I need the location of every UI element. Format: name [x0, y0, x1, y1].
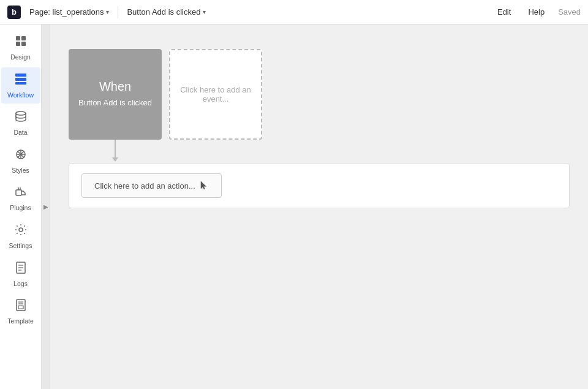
app-logo: b	[7, 6, 21, 19]
add-action-label: Click here to add an action...	[94, 181, 195, 191]
trigger-when-label: When	[99, 80, 131, 94]
svg-rect-5	[15, 78, 26, 81]
collapse-handle[interactable]: ▶	[42, 25, 50, 389]
styles-icon	[14, 148, 28, 164]
sidebar-item-plugins[interactable]: Plugins	[1, 180, 40, 217]
svg-rect-22	[18, 306, 23, 309]
logs-icon	[14, 261, 28, 278]
data-icon	[14, 110, 28, 126]
add-event-block[interactable]: Click here to add an event...	[169, 49, 262, 140]
sidebar-item-design[interactable]: Design	[1, 29, 40, 66]
add-action-button[interactable]: Click here to add an action...	[81, 173, 222, 198]
svg-rect-0	[16, 36, 20, 40]
sidebar-item-data[interactable]: Data	[1, 105, 40, 142]
page-selector[interactable]: Page: list_operations ▾	[26, 5, 113, 19]
workflow-top-row: When Button Add is clicked Click here to…	[69, 49, 262, 140]
svg-point-7	[16, 111, 26, 115]
sidebar-label-styles: Styles	[12, 167, 29, 175]
sidebar-label-data: Data	[13, 129, 27, 137]
svg-rect-11	[16, 190, 21, 195]
sidebar-item-template[interactable]: Template	[1, 293, 40, 330]
sidebar-item-settings[interactable]: Settings	[1, 218, 40, 255]
page-label: Page: list_operations	[29, 7, 104, 17]
sidebar-label-settings: Settings	[9, 242, 32, 250]
sidebar: Design Workflow Data	[0, 25, 42, 389]
plugins-icon	[14, 185, 28, 202]
sidebar-item-styles[interactable]: Styles	[1, 143, 40, 179]
workflow-canvas: When Button Add is clicked Click here to…	[50, 25, 588, 389]
sidebar-label-logs: Logs	[13, 280, 28, 288]
trigger-description-label: Button Add is clicked	[78, 97, 152, 108]
svg-rect-3	[21, 42, 26, 46]
collapse-arrow-icon: ▶	[43, 203, 48, 210]
vertical-connector	[115, 140, 116, 158]
svg-rect-2	[16, 42, 20, 46]
topbar-separator	[118, 6, 118, 18]
workflow-selector[interactable]: Button Add is clicked ▾	[123, 5, 489, 19]
trigger-block[interactable]: When Button Add is clicked	[69, 49, 162, 140]
sidebar-label-template: Template	[7, 317, 34, 325]
topbar: b Page: list_operations ▾ Button Add is …	[0, 0, 588, 25]
template-icon	[14, 298, 28, 315]
edit-button[interactable]: Edit	[494, 5, 514, 19]
workflow-icon	[14, 72, 28, 89]
cursor-icon	[199, 180, 209, 191]
help-button[interactable]: Help	[524, 5, 548, 19]
settings-icon	[14, 223, 28, 240]
canvas-area: When Button Add is clicked Click here to…	[50, 25, 588, 389]
svg-rect-4	[15, 74, 26, 77]
workflow-chevron-icon: ▾	[203, 9, 206, 15]
saved-status: Saved	[558, 7, 581, 17]
svg-rect-6	[15, 82, 26, 85]
sidebar-item-logs[interactable]: Logs	[1, 256, 40, 293]
add-event-label: Click here to add an event...	[178, 85, 254, 104]
page-chevron-icon: ▾	[106, 9, 109, 15]
action-section: Click here to add an action...	[69, 163, 570, 208]
sidebar-label-workflow: Workflow	[7, 91, 34, 99]
svg-rect-1	[21, 36, 26, 40]
workflow-label: Button Add is clicked	[127, 7, 200, 17]
sidebar-label-design: Design	[10, 53, 31, 61]
sidebar-label-plugins: Plugins	[10, 204, 31, 212]
action-section-inner: Click here to add an action...	[69, 164, 569, 208]
main-layout: Design Workflow Data	[0, 25, 588, 389]
sidebar-item-workflow[interactable]: Workflow	[1, 67, 40, 104]
svg-point-14	[19, 228, 23, 232]
topbar-actions: Edit Help Saved	[494, 5, 581, 19]
design-icon	[14, 34, 28, 51]
